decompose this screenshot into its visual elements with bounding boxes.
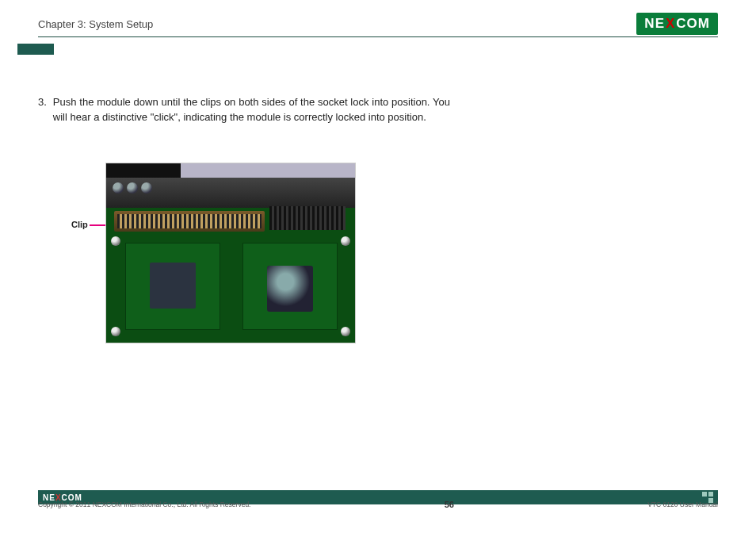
- chip-icon: [125, 243, 220, 330]
- brand-logo: NEXCOM: [636, 13, 718, 35]
- ram-module-icon: [114, 211, 265, 232]
- step-number: 3.: [38, 95, 47, 125]
- clip-callout-label: Clip: [71, 220, 88, 229]
- heatsink-icon: [269, 206, 346, 230]
- cpu-icon: [242, 243, 338, 330]
- header-rule: [38, 36, 718, 37]
- page-number: 56: [445, 500, 454, 509]
- copyright-text: Copyright © 2011 NEXCOM International Co…: [38, 500, 250, 508]
- chapter-title: Chapter 3: System Setup: [38, 18, 153, 30]
- content-block: 3. Push the module down until the clips …: [38, 95, 450, 125]
- instruction-step: 3. Push the module down until the clips …: [38, 95, 450, 125]
- motherboard-photo: [105, 163, 356, 343]
- page-header: Chapter 3: System Setup NEXCOM: [38, 13, 718, 35]
- clip-callout-line: [90, 224, 105, 226]
- brand-text-left: NE: [644, 16, 665, 32]
- footer-line: Copyright © 2011 NEXCOM International Co…: [38, 500, 718, 509]
- figure: Clip: [71, 163, 356, 343]
- brand-x-icon: X: [666, 16, 675, 32]
- step-text: Push the module down until the clips on …: [53, 95, 450, 125]
- doc-title: VTC 6120 User Manual: [647, 500, 718, 508]
- brand-text-right: COM: [676, 16, 710, 32]
- side-tab-decoration: [17, 44, 54, 55]
